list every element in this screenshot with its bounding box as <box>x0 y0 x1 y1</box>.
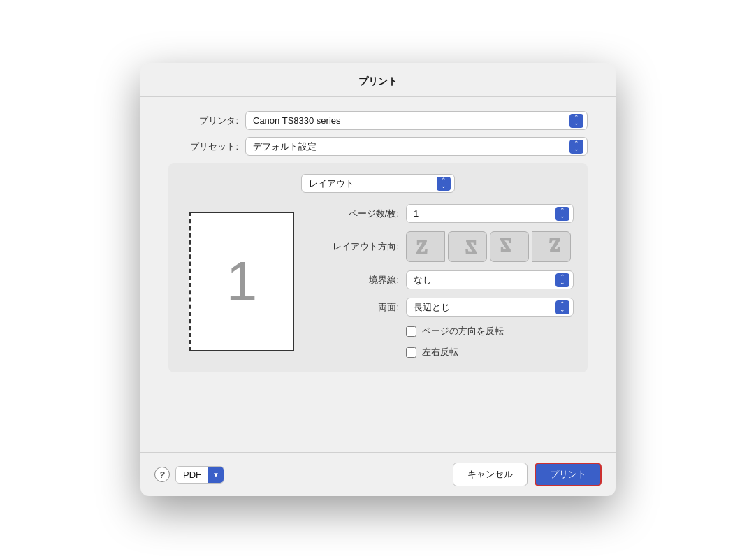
footer-right: キャンセル プリント <box>453 463 602 486</box>
layout-select[interactable]: レイアウト <box>301 174 455 193</box>
layout-header: レイアウト <box>182 174 574 193</box>
page-preview: 1 <box>182 204 301 358</box>
pdf-button[interactable]: PDF <box>176 467 208 483</box>
direction-btn-z-rl-bt[interactable]: Z <box>532 231 571 262</box>
border-select[interactable]: なし <box>406 270 574 289</box>
layout-options: ページ数/枚: 1 レイアウト方向: <box>315 204 574 358</box>
layout-section: レイアウト 1 ページ数/枚: 1 <box>168 163 588 372</box>
border-label: 境界線: <box>315 274 399 286</box>
dialog-body: プリンタ: Canon TS8330 series プリセット: デフォルト設定 <box>140 97 616 445</box>
printer-row: プリンタ: Canon TS8330 series <box>168 111 588 130</box>
direction-buttons: Z Z Z <box>406 231 574 262</box>
svg-text:Z: Z <box>465 237 477 257</box>
duplex-control: 長辺とじ <box>406 298 574 317</box>
duplex-select[interactable]: 長辺とじ <box>406 298 574 317</box>
pdf-button-group: PDF ▼ <box>175 466 224 484</box>
layout-direction-row: レイアウト方向: Z Z <box>315 231 574 262</box>
dialog-title: プリント <box>140 63 616 97</box>
pages-per-sheet-select[interactable]: 1 <box>406 204 574 223</box>
direction-btn-z-lr-tb[interactable]: Z <box>406 231 445 262</box>
reverse-orientation-checkbox[interactable] <box>406 326 416 337</box>
page-preview-number: 1 <box>226 254 258 310</box>
preset-select[interactable]: デフォルト設定 <box>245 137 588 156</box>
preset-row: プリセット: デフォルト設定 <box>168 137 588 156</box>
checkbox-row-1: ページの方向を反転 <box>406 325 574 337</box>
cancel-button[interactable]: キャンセル <box>453 463 528 486</box>
direction-btn-z-rl-tb[interactable]: Z <box>448 231 487 262</box>
border-control: なし <box>406 270 574 289</box>
direction-buttons-group: Z Z Z <box>406 231 574 262</box>
flip-horizontal-label: 左右反転 <box>422 346 458 358</box>
print-button[interactable]: プリント <box>535 463 602 486</box>
printer-select[interactable]: Canon TS8330 series <box>245 111 588 130</box>
preset-select-wrapper: デフォルト設定 <box>245 137 588 156</box>
checkbox-row-2: 左右反転 <box>406 346 574 358</box>
svg-text:Z: Z <box>500 236 511 255</box>
duplex-row: 両面: 長辺とじ <box>315 298 574 317</box>
pages-per-sheet-row: ページ数/枚: 1 <box>315 204 574 223</box>
footer-left: ? PDF ▼ <box>154 466 224 484</box>
border-row: 境界線: なし <box>315 270 574 289</box>
printer-label: プリンタ: <box>168 115 238 127</box>
layout-select-wrapper: レイアウト <box>301 174 455 193</box>
pdf-dropdown-icon: ▼ <box>212 471 219 479</box>
reverse-orientation-label: ページの方向を反転 <box>422 325 504 337</box>
pdf-dropdown-button[interactable]: ▼ <box>208 467 224 483</box>
pages-per-sheet-control: 1 <box>406 204 574 223</box>
printer-select-wrapper: Canon TS8330 series <box>245 111 588 130</box>
layout-content: 1 ページ数/枚: 1 レイアウト方向: <box>182 204 574 358</box>
svg-text:Z: Z <box>416 237 428 257</box>
duplex-label: 両面: <box>315 301 399 314</box>
print-dialog: プリント プリンタ: Canon TS8330 series プリセット: デフ… <box>140 63 616 496</box>
pages-per-sheet-label: ページ数/枚: <box>315 208 399 220</box>
dialog-footer: ? PDF ▼ キャンセル プリント <box>140 452 616 496</box>
svg-text:Z: Z <box>549 236 560 255</box>
help-button[interactable]: ? <box>154 467 170 482</box>
preset-label: プリセット: <box>168 140 238 153</box>
direction-btn-z-lr-bt[interactable]: Z <box>490 231 529 262</box>
flip-horizontal-checkbox[interactable] <box>406 347 416 358</box>
page-card: 1 <box>189 212 294 351</box>
layout-direction-label: レイアウト方向: <box>315 240 399 253</box>
